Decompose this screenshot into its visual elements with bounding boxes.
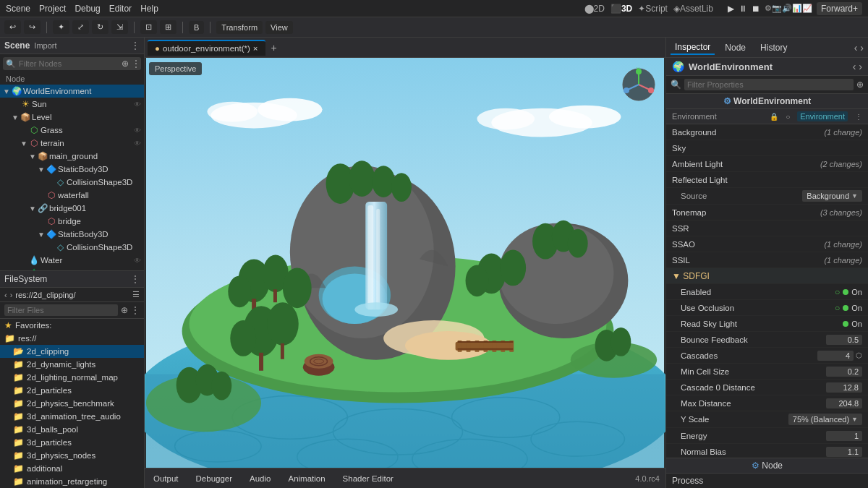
toolbar-view[interactable]: View <box>265 21 293 34</box>
toolbar-rotate[interactable]: ↻ <box>92 20 109 34</box>
prop-ambient-light[interactable]: Ambient Light (2 changes) <box>666 156 868 172</box>
prop-normal-bias[interactable]: Normal Bias 1.1 <box>666 444 868 458</box>
filesystem-menu-icon[interactable]: ⋮ <box>131 274 140 284</box>
prop-ssao[interactable]: SSAO (1 change) <box>666 236 868 252</box>
fs-item-animation_retargeting[interactable]: 📁 animation_retargeting <box>0 475 144 488</box>
renderer-label[interactable]: Forward+ <box>817 2 862 15</box>
prop-value[interactable]: 0.2 <box>826 367 862 377</box>
inspector-tab-inspector[interactable]: Inspector <box>671 40 715 55</box>
filter-options-icon[interactable]: ⊕ <box>856 80 864 90</box>
tree-item-bridge001[interactable]: ▼ 🔗 bridge001 <box>0 202 144 215</box>
prop-min-cell-size[interactable]: Min Cell Size 0.2 <box>666 364 868 380</box>
toolbar-select[interactable]: ✦ <box>53 20 69 34</box>
tree-item-bridge[interactable]: ⬡ bridge <box>0 215 144 228</box>
mode-2d-button[interactable]: ⬤2D <box>584 4 605 14</box>
inspector-tab-node[interactable]: Node <box>720 41 750 54</box>
prop-value[interactable]: 1 <box>826 431 862 441</box>
tree-item-sun[interactable]: ☀ Sun 👁 <box>0 98 144 111</box>
env-menu-icon[interactable]: ⋮ <box>855 113 862 121</box>
yscale-dropdown[interactable]: 75% (Balanced) ▼ <box>788 414 862 425</box>
path-forward-icon[interactable]: › <box>10 291 13 299</box>
prop-energy[interactable]: Energy 1 <box>666 428 868 444</box>
debugger-tab[interactable]: Debugger <box>193 473 236 484</box>
output-tab[interactable]: Output <box>150 473 182 484</box>
enabled-toggle[interactable]: ○ On <box>835 287 862 297</box>
prop-reflected-light[interactable]: Reflected Light <box>666 172 868 188</box>
env-value[interactable]: Environment <box>797 111 848 121</box>
tab-close-icon[interactable]: × <box>253 44 258 53</box>
toolbar-move[interactable]: ⤢ <box>72 20 89 34</box>
visibility-icon[interactable]: 👁 <box>134 140 144 147</box>
tree-item-level[interactable]: ▼ 📦 Level <box>0 111 144 124</box>
env-circle-icon[interactable]: ○ <box>786 113 790 121</box>
skylight-toggle[interactable]: On <box>843 320 862 328</box>
prop-ssr[interactable]: SSR <box>666 221 868 236</box>
toolbar-b[interactable]: B <box>189 21 204 34</box>
tree-item-collision1[interactable]: ◇ CollisionShape3D <box>0 176 144 189</box>
tree-item-collision2[interactable]: ◇ CollisionShape3D <box>0 241 144 254</box>
prop-sky[interactable]: Sky <box>666 140 868 156</box>
audio-tab[interactable]: Audio <box>247 473 273 484</box>
tree-item-waterfall[interactable]: ⬡ waterfall <box>0 189 144 202</box>
new-tab-button[interactable]: + <box>267 39 281 56</box>
filesystem-filter-input[interactable] <box>4 304 118 316</box>
toolbar-grid[interactable]: ⊞ <box>160 20 176 34</box>
prop-ssil[interactable]: SSIL (1 change) <box>666 252 868 268</box>
stop-button[interactable]: ⏹ <box>752 4 760 14</box>
fs-item-res[interactable]: 📁 res:// <box>0 332 144 345</box>
inspector-forward-icon[interactable]: › <box>860 42 864 53</box>
path-list-icon[interactable]: ☰ <box>132 290 140 299</box>
tree-item-terrain[interactable]: ▼ ⬡ terrain 👁 <box>0 137 144 150</box>
tree-item-main_ground[interactable]: ▼ 📦 main_ground <box>0 150 144 163</box>
toolbar-transform[interactable]: Transform <box>216 21 263 34</box>
viewport[interactable]: Perspective Y X Z <box>145 58 665 468</box>
scene-menu-icon[interactable]: ⋮ <box>131 40 140 51</box>
toolbar-scale[interactable]: ⇲ <box>111 20 128 34</box>
prop-source[interactable]: Source Background ▼ <box>666 188 868 205</box>
tree-item-worldenvironment[interactable]: ▼ 🌍 WorldEnvironment <box>0 85 144 98</box>
filter-properties-input[interactable] <box>684 79 854 90</box>
path-back-icon[interactable]: ‹ <box>4 291 7 299</box>
toolbar-undo[interactable]: ↩ <box>4 20 21 34</box>
mode-3d-button[interactable]: ⬛3D <box>610 4 632 14</box>
menu-scene[interactable]: Scene <box>6 4 30 14</box>
node-prev-icon[interactable]: ‹ <box>853 61 856 72</box>
tree-item-grass[interactable]: ⬡ Grass 👁 <box>0 124 144 137</box>
prop-enabled[interactable]: Enabled ○ On <box>666 284 868 300</box>
menu-project[interactable]: Project <box>39 4 66 14</box>
fs-item-2d_particles[interactable]: 📁 2d_particles <box>0 384 144 397</box>
fs-item-2d_physics[interactable]: 📁 2d_physics_benchmark <box>0 397 144 410</box>
mode-assetlib-button[interactable]: ◈AssetLib <box>673 4 713 14</box>
menu-editor[interactable]: Editor <box>109 4 132 14</box>
prop-y-scale[interactable]: Y Scale 75% (Balanced) ▼ <box>666 411 868 428</box>
shader-editor-tab[interactable]: Shader Editor <box>340 473 396 484</box>
editor-tab-outdoor[interactable]: ● outdoor_environment(*) × <box>148 40 265 56</box>
tree-item-water[interactable]: 💧 Water 👁 <box>0 254 144 267</box>
prop-value[interactable]: 204.8 <box>826 398 862 408</box>
fs-item-2d_dynamic[interactable]: 📁 2d_dynamic_lights <box>0 358 144 371</box>
menu-debug[interactable]: Debug <box>75 4 100 14</box>
scene-filter-input[interactable] <box>19 59 119 68</box>
env-lock-icon[interactable]: 🔒 <box>770 113 778 121</box>
tree-item-staticbody2[interactable]: ▼ 🔷 StaticBody3D <box>0 228 144 241</box>
animation-tab[interactable]: Animation <box>285 473 328 484</box>
prop-value[interactable]: 12.8 <box>826 382 862 393</box>
play-button[interactable]: ▶ <box>728 4 734 14</box>
stepper-icon[interactable]: ⬡ <box>856 351 862 359</box>
tree-item-staticbody1[interactable]: ▼ 🔷 StaticBody3D <box>0 163 144 176</box>
filter-more-icon[interactable]: ⋮ <box>131 305 140 315</box>
fs-item-3d_particles[interactable]: 📁 3d_particles <box>0 436 144 449</box>
navigation-gizmo[interactable]: Y X Z <box>621 67 657 103</box>
fs-item-3d_animation[interactable]: 📁 3d_animation_tree_audio <box>0 410 144 423</box>
prop-value[interactable]: 4 <box>817 351 854 361</box>
mode-script-button[interactable]: ✦Script <box>638 4 668 14</box>
node-next-icon[interactable]: › <box>859 61 862 72</box>
menu-help[interactable]: Help <box>140 4 158 14</box>
fs-item-additional[interactable]: 📁 additional <box>0 462 144 475</box>
inspector-tab-history[interactable]: History <box>756 41 791 54</box>
prop-cascades[interactable]: Cascades 4 ⬡ <box>666 348 868 364</box>
prop-tonemap[interactable]: Tonemap (3 changes) <box>666 205 868 221</box>
prop-max-distance[interactable]: Max Distance 204.8 <box>666 395 868 411</box>
fs-item-2d_clipping[interactable]: 📂 2d_clipping <box>0 345 144 358</box>
prop-value[interactable]: 1.1 <box>826 447 862 457</box>
